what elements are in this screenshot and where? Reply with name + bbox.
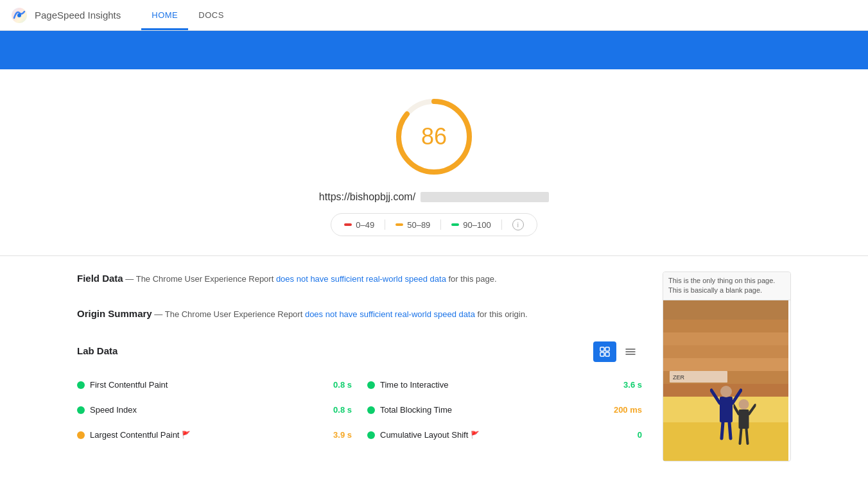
legend-red: 0–49	[344, 220, 374, 230]
field-data-title: Field Data	[77, 273, 123, 284]
lab-data-section: Lab Data	[77, 341, 642, 445]
svg-point-24	[720, 386, 732, 397]
lab-data-header: Lab Data	[77, 341, 642, 362]
toggle-grid-btn[interactable]	[593, 341, 616, 362]
field-data-desc: Field Data — The Chrome User Experience …	[77, 272, 642, 286]
grid-icon	[599, 346, 611, 358]
field-data-suffix: for this page.	[446, 274, 497, 284]
list-icon	[625, 346, 636, 358]
toggle-list-btn[interactable]	[619, 341, 642, 362]
legend-divider-2	[440, 220, 441, 230]
origin-summary-title: Origin Summary	[77, 308, 152, 319]
svg-text:ZER: ZER	[673, 374, 685, 381]
metric-lcp-flag: 🚩	[182, 431, 191, 439]
score-circle: 86	[392, 95, 476, 178]
legend-divider-1	[385, 220, 385, 230]
metric-lcp: Largest Contentful Paint 🚩 3.9 s	[77, 425, 352, 445]
svg-line-27	[722, 422, 723, 438]
svg-line-31	[733, 405, 738, 414]
svg-rect-15	[663, 345, 788, 358]
legend-red-range: 0–49	[356, 220, 374, 230]
metric-cls-name: Cumulative Layout Shift 🚩	[380, 430, 598, 440]
screenshot-image: ZER	[663, 300, 788, 461]
origin-summary-prefix: — The Chrome User Experience Report	[154, 309, 305, 319]
right-panel: This is the only thing on this page. Thi…	[663, 272, 791, 465]
legend-green-range: 90–100	[463, 220, 490, 230]
svg-rect-23	[720, 397, 733, 422]
svg-line-28	[729, 422, 731, 438]
legend-info-icon[interactable]: i	[512, 219, 524, 230]
origin-summary-section: Origin Summary — The Chrome User Experie…	[77, 307, 642, 322]
origin-summary-suffix: for this origin.	[475, 309, 528, 319]
blue-banner	[0, 31, 868, 69]
metric-fcp-value: 0.8 s	[313, 380, 352, 390]
main-content: Field Data — The Chrome User Experience …	[0, 255, 868, 481]
metric-lcp-name: Largest Contentful Paint 🚩	[90, 430, 308, 440]
origin-summary-desc: Origin Summary — The Chrome User Experie…	[77, 307, 642, 322]
app-title: PageSpeed Insights	[35, 10, 121, 21]
svg-rect-12	[663, 300, 788, 320]
legend-orange-dot	[395, 223, 403, 226]
metric-lcp-dot	[77, 431, 85, 439]
app-header: PageSpeed Insights HOME DOCS	[0, 0, 868, 31]
tab-home[interactable]: HOME	[141, 0, 188, 30]
metric-tti: Time to Interactive 3.6 s	[367, 375, 642, 395]
svg-rect-13	[663, 320, 788, 332]
field-data-link[interactable]: does not have sufficient real-world spee…	[276, 274, 446, 284]
svg-rect-14	[663, 332, 788, 345]
svg-rect-5	[605, 347, 609, 351]
tab-docs[interactable]: DOCS	[188, 0, 234, 30]
metric-fcp: First Contentful Paint 0.8 s	[77, 375, 352, 395]
metric-fcp-name: First Contentful Paint	[90, 380, 308, 390]
metric-lcp-value: 3.9 s	[313, 430, 352, 440]
url-display: https://bishopbjj.com/	[319, 191, 549, 203]
metric-tbt-dot	[367, 406, 375, 414]
main-nav: HOME DOCS	[141, 0, 234, 30]
legend-orange: 50–89	[395, 220, 430, 230]
metric-tbt: Total Blocking Time 200 ms	[367, 400, 642, 420]
pagespeed-logo-icon	[10, 6, 28, 24]
score-section: 86 https://bishopbjj.com/ 0–49 50–89 90–…	[0, 69, 868, 255]
metric-cls: Cumulative Layout Shift 🚩 0	[367, 425, 642, 445]
origin-summary-link[interactable]: does not have sufficient real-world spee…	[305, 309, 475, 319]
metric-cls-flag: 🚩	[471, 431, 480, 439]
metric-si: Speed Index 0.8 s	[77, 400, 352, 420]
url-prefix: https://bishopbjj.com/	[319, 191, 415, 203]
legend-divider-3	[501, 220, 502, 230]
field-data-section: Field Data — The Chrome User Experience …	[77, 272, 642, 286]
score-value: 86	[421, 123, 447, 150]
left-panel: Field Data — The Chrome User Experience …	[77, 272, 642, 465]
metric-cls-value: 0	[603, 430, 642, 440]
svg-point-1	[17, 13, 21, 17]
svg-line-25	[711, 390, 720, 403]
url-redacted	[421, 192, 549, 202]
metric-tbt-value: 200 ms	[603, 405, 642, 415]
legend-green-dot	[451, 223, 459, 226]
lab-data-title: Lab Data	[77, 345, 117, 356]
metric-tbt-name: Total Blocking Time	[380, 405, 598, 415]
metric-tti-value: 3.6 s	[603, 380, 642, 390]
svg-rect-29	[738, 409, 749, 429]
svg-line-34	[746, 429, 747, 444]
metric-si-name: Speed Index	[90, 405, 308, 415]
metric-fcp-dot	[77, 381, 85, 389]
svg-rect-4	[600, 347, 604, 351]
svg-line-33	[740, 429, 741, 444]
metric-si-value: 0.8 s	[313, 405, 352, 415]
screenshot-container: This is the only thing on this page. Thi…	[663, 272, 791, 461]
svg-rect-7	[605, 352, 609, 356]
score-legend: 0–49 50–89 90–100 i	[331, 213, 537, 236]
metric-tti-name: Time to Interactive	[380, 380, 598, 390]
metric-si-dot	[77, 406, 85, 414]
field-data-prefix: — The Chrome User Experience Report	[125, 274, 276, 284]
svg-line-32	[749, 405, 755, 414]
legend-orange-range: 50–89	[407, 220, 430, 230]
legend-red-dot	[344, 223, 352, 226]
svg-point-30	[738, 399, 749, 409]
legend-green: 90–100	[451, 220, 490, 230]
metric-tti-dot	[367, 381, 375, 389]
metrics-grid: First Contentful Paint 0.8 s Time to Int…	[77, 375, 642, 445]
opponent-svg	[733, 393, 756, 445]
view-toggle	[593, 341, 642, 362]
svg-rect-6	[600, 352, 604, 356]
